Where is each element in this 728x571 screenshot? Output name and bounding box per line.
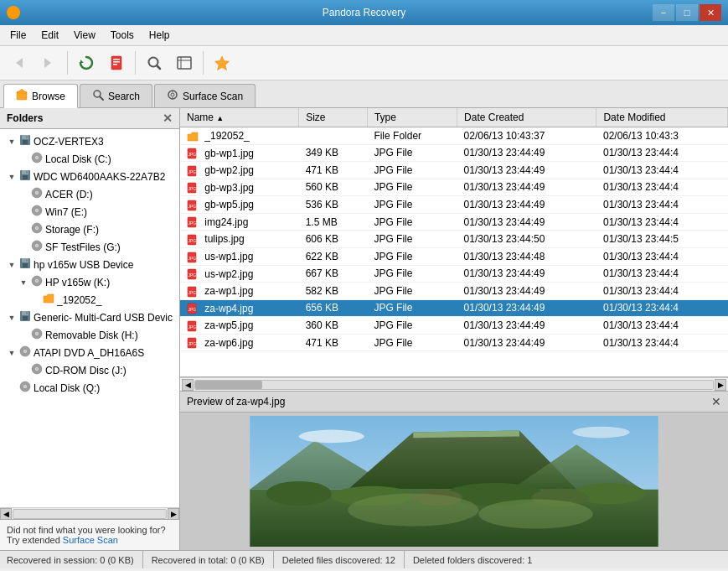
folders-footer: Did not find what you were looking for?T… (0, 519, 179, 550)
preview-image (183, 416, 725, 547)
tree-item-win7[interactable]: Win7 (E:) (0, 203, 179, 221)
svg-text:JPG: JPG (188, 273, 197, 278)
tree-item-storage[interactable]: Storage (F:) (0, 221, 179, 238)
table-row[interactable]: JPG gb-wp1.jpg349 KBJPG File01/30/13 23:… (180, 144, 728, 162)
file-dateCreated-cell: 02/06/13 10:43:37 (457, 127, 596, 145)
tree-item-removable-h[interactable]: Removable Disk (H:) (0, 326, 179, 344)
tree-icon-storage (31, 222, 43, 236)
scroll-right-arrow[interactable]: ▶ (715, 379, 726, 391)
file-list-container[interactable]: Name ▲ Size Type Date Created Date Modif… (180, 108, 728, 377)
table-row[interactable]: JPG tulips.jpg606 KBJPG File01/30/13 23:… (180, 231, 728, 248)
table-row[interactable]: JPG us-wp1.jpg622 KBJPG File01/30/13 23:… (180, 247, 728, 265)
table-row[interactable]: JPG gb-wp3.jpg560 KBJPG File01/30/13 23:… (180, 179, 728, 196)
menu-file[interactable]: File (3, 27, 33, 44)
tree-item-sf-test[interactable]: SF TestFiles (G:) (0, 238, 179, 256)
svg-text:JPG: JPG (188, 221, 197, 226)
search-toolbar-button[interactable] (141, 49, 168, 76)
col-date-created[interactable]: Date Created (457, 108, 596, 127)
scroll-left-arrow[interactable]: ◀ (182, 379, 194, 391)
table-row[interactable]: JPG gb-wp2.jpg471 KBJPG File01/30/13 23:… (180, 162, 728, 179)
table-row[interactable]: JPG us-wp2.jpg667 KBJPG File01/30/13 23:… (180, 265, 728, 283)
maximize-button[interactable]: □ (676, 4, 698, 21)
tree-item-local-c[interactable]: Local Disk (C:) (0, 150, 179, 168)
tree-item-local-q[interactable]: Local Disk (Q:) (0, 379, 179, 397)
file-name-cell: JPG za-wp1.jpg (180, 283, 299, 300)
svg-point-50 (36, 280, 38, 282)
svg-rect-3 (111, 56, 121, 70)
tree-item-acer[interactable]: ACER (D:) (0, 185, 179, 203)
scroll-thumb[interactable] (195, 381, 262, 389)
tree-label-generic-usb: Generic- Multi-Card USB Devic (34, 312, 173, 324)
folders-close-button[interactable]: ✕ (163, 112, 173, 125)
tab-search[interactable]: Search (80, 84, 152, 107)
tree-label-local-c: Local Disk (C:) (45, 153, 111, 165)
file-name-cell: JPG us-wp2.jpg (180, 265, 299, 283)
menu-tools[interactable]: Tools (104, 27, 141, 44)
file-dateCreated-cell: 01/30/13 23:44:50 (457, 231, 596, 248)
favorite-button[interactable] (209, 49, 235, 76)
table-row[interactable]: JPG za-wp4.jpg656 KBJPG File01/30/13 23:… (180, 299, 728, 317)
file-name-cell: JPG img24.jpg (180, 213, 299, 231)
table-row[interactable]: JPG za-wp6.jpg471 KBJPG File01/30/13 23:… (180, 334, 728, 351)
tree-expand-atapi: ▼ (7, 349, 17, 357)
scroll-right-button[interactable]: ▶ (168, 508, 179, 520)
tree-expand-wdc: ▼ (7, 173, 17, 181)
col-name[interactable]: Name ▲ (180, 108, 299, 127)
table-row[interactable]: _192052_File Folder02/06/13 10:43:3702/0… (180, 127, 728, 145)
tree-item-atapi[interactable]: ▼ATAPI DVD A_DH16A6S (0, 344, 179, 361)
file-type-cell: JPG File (367, 334, 457, 351)
folders-horizontal-scrollbar[interactable]: ◀ ▶ (0, 507, 179, 519)
refresh-button[interactable] (73, 49, 100, 76)
svg-text:JPG: JPG (188, 204, 197, 209)
table-row[interactable]: JPG img24.jpg1.5 MBJPG File01/30/13 23:4… (180, 213, 728, 231)
menu-edit[interactable]: Edit (34, 27, 65, 44)
preview-image-area (180, 413, 728, 550)
table-row[interactable]: JPG za-wp1.jpg582 KBJPG File01/30/13 23:… (180, 283, 728, 300)
tree-item-ocz[interactable]: ▼OCZ-VERTEX3 (0, 132, 179, 150)
tree-item-wdc[interactable]: ▼WDC WD6400AAKS-22A7B2 (0, 168, 179, 185)
col-size[interactable]: Size (299, 108, 368, 127)
horizontal-scrollbar[interactable]: ◀ ▶ (180, 377, 728, 391)
preview-title: Preview of za-wp4.jpg (187, 396, 285, 407)
file-size-cell: 622 KB (299, 247, 368, 265)
search-tab-label: Search (108, 91, 140, 102)
tree-icon-hp-k (31, 275, 43, 289)
col-date-modified[interactable]: Date Modified (596, 108, 728, 127)
table-row[interactable]: JPG gb-wp5.jpg536 KBJPG File01/30/13 23:… (180, 196, 728, 214)
tree-item-generic-usb[interactable]: ▼Generic- Multi-Card USB Devic (0, 309, 179, 326)
tree-icon-ocz (19, 134, 31, 148)
svg-point-34 (36, 192, 38, 194)
scroll-track (13, 509, 167, 519)
tab-browse[interactable]: Browse (3, 84, 78, 108)
svg-text:JPG: JPG (188, 256, 197, 261)
recover-button[interactable] (103, 49, 130, 76)
minimize-button[interactable]: − (653, 4, 674, 21)
forward-button[interactable] (35, 49, 62, 76)
svg-rect-4 (113, 59, 120, 60)
back-button[interactable] (5, 49, 32, 76)
close-button[interactable]: ✕ (700, 4, 721, 21)
browse-tab-label: Browse (32, 91, 65, 102)
search-tab-icon (92, 89, 104, 103)
surface-scan-link[interactable]: Surface Scan (63, 535, 118, 545)
file-name-cell: JPG gb-wp1.jpg (180, 144, 299, 162)
col-type[interactable]: Type (367, 108, 457, 127)
file-dateModified-cell: 01/30/13 23:44:4 (596, 179, 728, 196)
svg-point-24 (26, 137, 28, 138)
tree-item-hp-k[interactable]: ▼HP v165w (K:) (0, 273, 179, 291)
surface-scan-toolbar-button[interactable] (171, 49, 198, 76)
tree-item-cdrom-j[interactable]: CD-ROM Disc (J:) (0, 361, 179, 379)
scroll-left-button[interactable]: ◀ (0, 508, 12, 520)
tree-icon-local-q (19, 381, 31, 395)
table-row[interactable]: JPG za-wp5.jpg360 KBJPG File01/30/13 23:… (180, 317, 728, 335)
tree-icon-win7 (31, 205, 43, 219)
tree-icon-generic-usb (19, 310, 31, 324)
tab-surface-scan[interactable]: Surface Scan (154, 84, 256, 107)
tree-item-192052[interactable]: _192052_ (0, 291, 179, 309)
tree-item-hp-usb[interactable]: ▼hp v165w USB Device (0, 256, 179, 273)
window-title: Pandora Recovery (0, 7, 728, 18)
file-dateCreated-cell: 01/30/13 23:44:49 (457, 334, 596, 351)
preview-close-button[interactable]: ✕ (711, 395, 721, 408)
menu-help[interactable]: Help (142, 27, 177, 44)
menu-view[interactable]: View (67, 27, 102, 44)
